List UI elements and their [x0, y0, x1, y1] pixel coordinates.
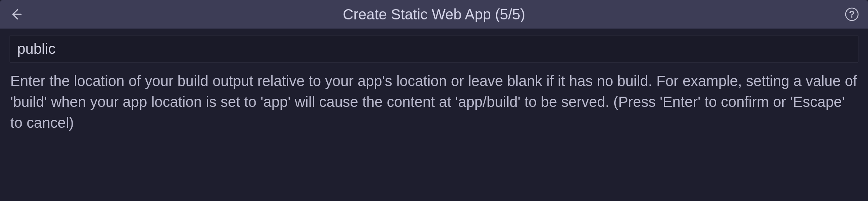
- input-description: Enter the location of your build output …: [10, 71, 858, 133]
- wizard-header: Create Static Web App (5/5) ?: [0, 0, 868, 29]
- wizard-content: Enter the location of your build output …: [0, 29, 868, 133]
- question-mark-icon: ?: [845, 7, 859, 22]
- help-button[interactable]: ?: [845, 7, 859, 22]
- back-button[interactable]: [9, 7, 23, 21]
- svg-text:?: ?: [849, 9, 855, 20]
- wizard-title: Create Static Web App (5/5): [9, 6, 859, 23]
- build-output-location-input[interactable]: [10, 35, 858, 63]
- arrow-left-icon: [9, 7, 23, 21]
